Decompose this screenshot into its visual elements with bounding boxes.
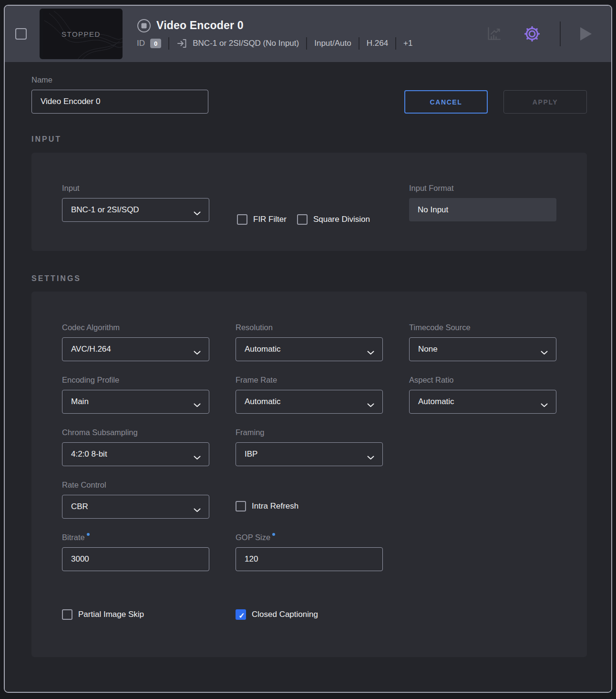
name-input[interactable]	[31, 90, 208, 114]
closed-captioning-label: Closed Captioning	[252, 610, 318, 619]
intra-refresh-checkbox-group[interactable]: Intra Refresh	[236, 501, 383, 511]
resolution-select[interactable]: Automatic	[236, 337, 383, 361]
input-select-value: BNC-1 or 2SI/SQD	[71, 205, 139, 215]
input-format-label: Input Format	[409, 184, 556, 193]
square-division-checkbox-group[interactable]: Square Division	[297, 214, 370, 225]
encoding-profile-select[interactable]: Main	[62, 390, 209, 414]
encoder-meta-row: ID 0 BNC-1 or 2SI/SQD (No Input) Input/A…	[137, 37, 412, 50]
id-label: ID	[137, 39, 145, 48]
aspect-ratio-select[interactable]: Automatic	[409, 390, 556, 414]
input-select[interactable]: BNC-1 or 2SI/SQD	[62, 198, 209, 222]
rate-control-select[interactable]: CBR	[62, 495, 209, 519]
aspect-ratio-label: Aspect Ratio	[409, 376, 556, 385]
gop-size-input[interactable]	[236, 547, 383, 571]
input-section-heading: INPUT	[31, 135, 587, 144]
closed-captioning-checkbox[interactable]	[236, 609, 246, 620]
fir-filter-checkbox[interactable]	[237, 214, 247, 225]
chevron-down-icon	[194, 453, 201, 462]
stats-chart-icon[interactable]	[485, 25, 503, 42]
page-title: Video Encoder 0	[156, 19, 244, 32]
framing-label: Framing	[236, 428, 383, 437]
cancel-button[interactable]: CANCEL	[404, 90, 488, 114]
encoder-card: STOPPED Video Encoder 0 ID 0	[4, 5, 612, 693]
apply-button[interactable]: APPLY	[503, 90, 587, 114]
fir-filter-label: FIR Filter	[253, 215, 287, 224]
square-division-checkbox[interactable]	[297, 214, 308, 225]
input-format-value: No Input	[409, 198, 556, 221]
partial-image-skip-label: Partial Image Skip	[78, 610, 144, 619]
encoding-profile-label: Encoding Profile	[62, 376, 209, 385]
timecode-source-label: Timecode Source	[409, 323, 556, 332]
input-source-icon	[176, 38, 188, 49]
chroma-subsampling-label: Chroma Subsampling	[62, 428, 209, 437]
chroma-subsampling-select[interactable]: 4:2:0 8-bit	[62, 442, 209, 466]
title-block: Video Encoder 0 ID 0 BNC-1 or 2SI/SQD (N…	[137, 19, 412, 50]
codec-algorithm-label: Codec Algorithm	[62, 323, 209, 332]
chevron-down-icon	[541, 348, 548, 357]
partial-image-skip-checkbox[interactable]	[62, 609, 72, 620]
rate-control-label: Rate Control	[62, 480, 209, 490]
partial-image-skip-checkbox-group[interactable]: Partial Image Skip	[62, 609, 209, 620]
resolution-label: Resolution	[236, 323, 383, 332]
separator	[306, 37, 307, 50]
meta-codec: H.264	[367, 39, 388, 48]
id-badge: 0	[150, 39, 161, 48]
meta-more-count: +1	[403, 39, 412, 48]
required-indicator	[272, 533, 275, 536]
stop-icon	[137, 19, 151, 33]
frame-rate-select[interactable]: Automatic	[236, 390, 383, 414]
settings-section-panel: Codec Algorithm AVC/H.264 Resolution Aut…	[31, 292, 587, 657]
separator	[168, 37, 169, 50]
chevron-down-icon	[367, 348, 374, 357]
separator	[560, 21, 561, 46]
header-actions	[485, 21, 611, 46]
intra-refresh-label: Intra Refresh	[252, 501, 298, 511]
timecode-source-select[interactable]: None	[409, 337, 556, 361]
video-preview-thumbnail: STOPPED	[40, 9, 123, 59]
meta-input-summary: BNC-1 or 2SI/SQD (No Input)	[193, 39, 299, 48]
codec-algorithm-select[interactable]: AVC/H.264	[62, 337, 209, 361]
separator	[395, 37, 396, 50]
name-label: Name	[31, 75, 208, 84]
chevron-down-icon	[194, 400, 201, 410]
meta-mode: Input/Auto	[314, 39, 351, 48]
encoder-form: Name CANCEL APPLY INPUT Input BNC-1 or 2…	[5, 62, 611, 692]
chevron-down-icon	[367, 400, 374, 410]
gop-size-label: GOP Size	[236, 533, 383, 542]
settings-section-heading: SETTINGS	[31, 274, 587, 283]
screen: STOPPED Video Encoder 0 ID 0	[0, 0, 616, 699]
input-label: Input	[62, 184, 209, 193]
closed-captioning-checkbox-group[interactable]: Closed Captioning	[236, 609, 383, 620]
bitrate-label: Bitrate	[62, 533, 209, 542]
input-section-panel: Input BNC-1 or 2SI/SQD FIR Filter	[31, 153, 587, 251]
encoder-card-header: STOPPED Video Encoder 0 ID 0	[5, 6, 611, 62]
intra-refresh-checkbox[interactable]	[236, 501, 246, 511]
play-icon[interactable]	[580, 26, 592, 42]
fir-filter-checkbox-group[interactable]: FIR Filter	[237, 214, 287, 225]
select-encoder-checkbox[interactable]	[15, 28, 27, 40]
chevron-down-icon	[194, 348, 201, 357]
frame-rate-label: Frame Rate	[236, 376, 383, 385]
chevron-down-icon	[194, 209, 201, 218]
chevron-down-icon	[194, 505, 201, 515]
gear-icon[interactable]	[523, 24, 542, 43]
chevron-down-icon	[541, 400, 548, 410]
square-division-label: Square Division	[313, 215, 370, 224]
bitrate-input[interactable]	[62, 547, 209, 571]
separator	[359, 37, 359, 50]
required-indicator	[87, 533, 90, 536]
chevron-down-icon	[367, 453, 374, 462]
encoder-status-badge: STOPPED	[62, 30, 101, 38]
framing-select[interactable]: IBP	[236, 442, 383, 466]
name-row: Name CANCEL APPLY	[31, 75, 587, 114]
